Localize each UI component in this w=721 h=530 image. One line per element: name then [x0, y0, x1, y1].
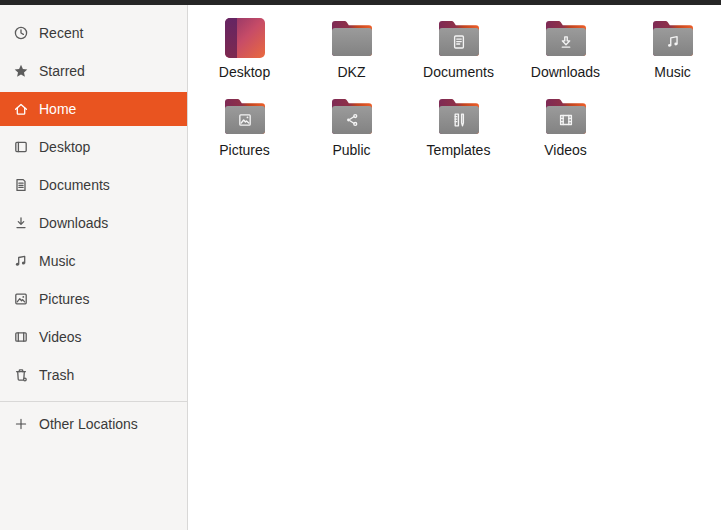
star-icon	[13, 63, 29, 79]
file-item-label: Pictures	[219, 142, 270, 158]
plus-icon	[13, 416, 29, 432]
sidebar-item-label: Pictures	[39, 291, 90, 307]
sidebar-item-videos[interactable]: Videos	[0, 320, 187, 354]
sidebar-item-documents[interactable]: Documents	[0, 168, 187, 202]
file-item-label: Public	[332, 142, 370, 158]
file-item-label: Music	[654, 64, 691, 80]
sidebar: RecentStarredHomeDesktopDocumentsDownloa…	[0, 5, 188, 530]
sidebar-separator	[0, 401, 187, 402]
sidebar-item-label: Music	[39, 253, 76, 269]
sidebar-item-recent[interactable]: Recent	[0, 16, 187, 50]
sidebar-item-label: Desktop	[39, 139, 90, 155]
files-window: RecentStarredHomeDesktopDocumentsDownloa…	[0, 0, 721, 530]
folder-icontemplate-icon	[435, 93, 483, 139]
folder-iconshare-icon	[328, 93, 376, 139]
sidebar-item-label: Other Locations	[39, 416, 138, 432]
sidebar-item-label: Starred	[39, 63, 85, 79]
sidebar-item-label: Documents	[39, 177, 110, 193]
picture-icon	[13, 291, 29, 307]
file-item-label: Documents	[423, 64, 494, 80]
file-item-documents[interactable]: Documents	[405, 15, 512, 93]
sidebar-item-starred[interactable]: Starred	[0, 54, 187, 88]
sidebar-item-label: Videos	[39, 329, 82, 345]
file-item-videos[interactable]: Videos	[512, 93, 619, 171]
file-item-music[interactable]: Music	[619, 15, 721, 93]
sidebar-item-desktop[interactable]: Desktop	[0, 130, 187, 164]
sidebar-item-downloads[interactable]: Downloads	[0, 206, 187, 240]
folder-iconvideo-icon	[542, 93, 590, 139]
sidebar-item-label: Downloads	[39, 215, 108, 231]
file-item-label: Videos	[544, 142, 587, 158]
file-item-pictures[interactable]: Pictures	[191, 93, 298, 171]
video-icon	[13, 329, 29, 345]
download-icon	[13, 215, 29, 231]
folder-iconpicture-icon	[221, 93, 269, 139]
file-grid: Desktop DKZ Documents Downloads Music Pi…	[188, 5, 721, 530]
sidebar-item-label: Trash	[39, 367, 74, 383]
file-item-dkz[interactable]: DKZ	[298, 15, 405, 93]
sidebar-item-label: Recent	[39, 25, 83, 41]
sidebar-item-home[interactable]: Home	[0, 92, 187, 126]
sidebar-item-label: Home	[39, 101, 76, 117]
file-item-label: Templates	[427, 142, 491, 158]
sidebar-places-list: RecentStarredHomeDesktopDocumentsDownloa…	[0, 16, 187, 396]
file-item-downloads[interactable]: Downloads	[512, 15, 619, 93]
desktop-gradient-icon	[221, 15, 269, 61]
trash-icon	[13, 367, 29, 383]
folder-icondocument-icon	[435, 15, 483, 61]
folder-icon	[328, 15, 376, 61]
desktop-icon	[13, 139, 29, 155]
sidebar-item-other-locations[interactable]: Other Locations	[0, 407, 187, 441]
music-icon	[13, 253, 29, 269]
folder-iconmusic-icon	[649, 15, 697, 61]
folder-icondownload-icon	[542, 15, 590, 61]
file-item-desktop[interactable]: Desktop	[191, 15, 298, 93]
file-item-public[interactable]: Public	[298, 93, 405, 171]
file-item-label: DKZ	[338, 64, 366, 80]
file-item-label: Desktop	[219, 64, 270, 80]
window-content: RecentStarredHomeDesktopDocumentsDownloa…	[0, 5, 721, 530]
sidebar-item-trash[interactable]: Trash	[0, 358, 187, 392]
sidebar-item-music[interactable]: Music	[0, 244, 187, 278]
sidebar-item-pictures[interactable]: Pictures	[0, 282, 187, 316]
document-icon	[13, 177, 29, 193]
file-item-label: Downloads	[531, 64, 600, 80]
recent-clock-icon	[13, 25, 29, 41]
file-item-templates[interactable]: Templates	[405, 93, 512, 171]
home-icon	[13, 101, 29, 117]
